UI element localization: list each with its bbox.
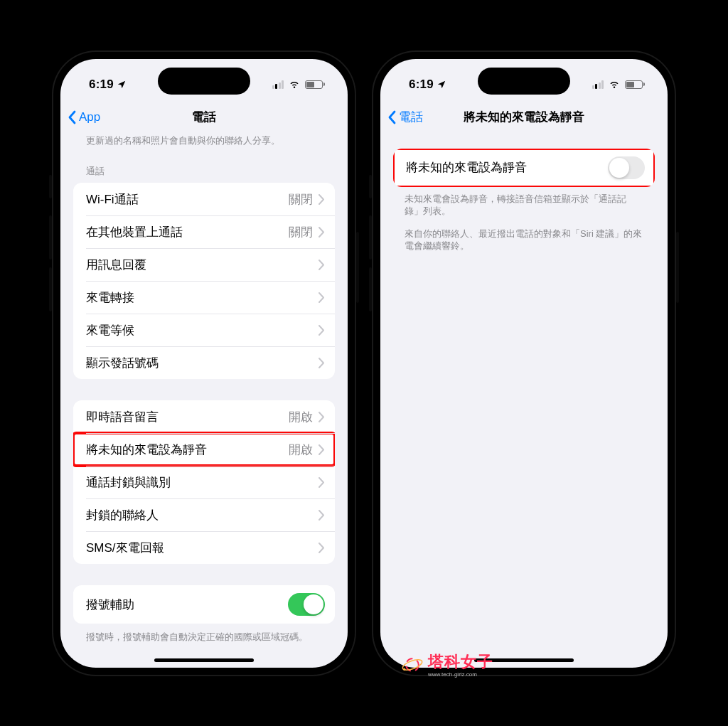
row-label: 封鎖的聯絡人 [86, 507, 318, 523]
location-icon [437, 80, 446, 90]
settings-group-dial-assist: 撥號輔助 [73, 585, 335, 624]
chevron-left-icon [387, 110, 396, 124]
row-label: 用訊息回覆 [86, 257, 318, 273]
silence-unknown-callers-toggle[interactable] [608, 156, 645, 179]
row-label: 將未知的來電設為靜音 [86, 442, 289, 458]
settings-group-2: 即時語音留言 開啟 將未知的來電設為靜音 開啟 通話封鎖與識別 封鎖的 [73, 400, 335, 564]
settings-group-calls: Wi-Fi通話 關閉 在其他裝置上通話 關閉 用訊息回覆 來電轉接 [73, 183, 335, 379]
chevron-right-icon [318, 543, 325, 553]
back-button[interactable]: 電話 [387, 100, 423, 134]
row-dial-assist[interactable]: 撥號輔助 [73, 585, 335, 624]
row-label: 來電等候 [86, 322, 318, 338]
cellular-signal-icon [272, 80, 284, 89]
row-wifi-calling[interactable]: Wi-Fi通話 關閉 [73, 183, 335, 215]
home-indicator[interactable] [154, 658, 254, 662]
phone-frame-1: 6:19 App [52, 50, 356, 676]
row-calls-on-other-devices[interactable]: 在其他裝置上通話 關閉 [73, 215, 335, 248]
row-value: 關閉 [289, 191, 313, 208]
row-label: 在其他裝置上通話 [86, 224, 289, 240]
status-time: 6:19 [89, 78, 127, 92]
side-button [49, 215, 52, 260]
chevron-right-icon [318, 292, 325, 303]
section-header-calls: 通話 [60, 149, 348, 183]
nav-bar: 電話 將未知的來電設為靜音 [380, 100, 668, 134]
side-button [369, 175, 372, 198]
wifi-icon [608, 80, 621, 89]
side-button [369, 215, 372, 260]
row-silence-unknown-callers-toggle[interactable]: 將未知的來電設為靜音 [393, 149, 655, 187]
row-sms-call-reporting[interactable]: SMS/來電回報 [73, 531, 335, 564]
row-respond-with-text[interactable]: 用訊息回覆 [73, 248, 335, 281]
status-time-text: 6:19 [409, 78, 434, 92]
row-label: SMS/來電回報 [86, 540, 318, 556]
back-button[interactable]: App [68, 100, 100, 134]
silence-description-2: 來自你的聯絡人、最近撥出電話的對象和「Siri 建議」的來電會繼續響鈴。 [380, 228, 668, 252]
row-show-my-caller-id[interactable]: 顯示發話號碼 [73, 346, 335, 379]
watermark: 塔科女子 www.tech-girlz.com [401, 651, 493, 678]
row-value: 開啟 [289, 409, 313, 425]
chevron-right-icon [318, 510, 325, 521]
side-button [356, 232, 359, 303]
chevron-left-icon [68, 110, 76, 124]
row-label: 撥號輔助 [86, 597, 288, 613]
row-label: 來電轉接 [86, 289, 318, 306]
phone-frame-2: 6:19 電話 [372, 50, 676, 676]
row-blocked-contacts[interactable]: 封鎖的聯絡人 [73, 498, 335, 531]
side-button [369, 267, 372, 311]
back-label: 電話 [399, 109, 423, 125]
dial-assist-description: 撥號時，撥號輔助會自動決定正確的國際或區域冠碼。 [60, 628, 348, 646]
page-title: 電話 [192, 109, 216, 125]
dynamic-island [478, 68, 570, 95]
row-value: 關閉 [289, 224, 313, 240]
chevron-right-icon [318, 412, 325, 422]
row-label: 顯示發話號碼 [86, 355, 318, 371]
watermark-text: 塔科女子 [428, 653, 493, 671]
cellular-signal-icon [592, 80, 604, 89]
row-label: 即時語音留言 [86, 409, 289, 425]
wifi-icon [288, 80, 301, 89]
nav-bar: App 電話 [60, 100, 348, 134]
watermark-icon [401, 653, 424, 676]
row-call-waiting[interactable]: 來電等候 [73, 314, 335, 346]
battery-icon [625, 80, 645, 89]
chevron-right-icon [318, 260, 325, 270]
chevron-right-icon [318, 444, 325, 455]
chevron-right-icon [318, 194, 325, 205]
side-button [676, 232, 679, 303]
silence-description-1: 未知來電會設為靜音，轉接語音信箱並顯示於「通話記錄」列表。 [380, 193, 668, 228]
settings-content: 將未知的來電設為靜音 未知來電會設為靜音，轉接語音信箱並顯示於「通話記錄」列表。… [380, 134, 668, 668]
chevron-right-icon [318, 227, 325, 237]
dial-assist-toggle[interactable] [288, 593, 325, 616]
svg-point-2 [403, 668, 405, 670]
side-button [49, 267, 52, 311]
location-icon [117, 80, 127, 90]
row-call-blocking-id[interactable]: 通話封鎖與識別 [73, 466, 335, 498]
chevron-right-icon [318, 477, 325, 488]
row-live-voicemail[interactable]: 即時語音留言 開啟 [73, 400, 335, 433]
chevron-right-icon [318, 358, 325, 368]
watermark-subtext: www.tech-girlz.com [428, 671, 493, 678]
settings-content: 更新過的名稱和照片會自動與你的聯絡人分享。 通話 Wi-Fi通話 關閉 在其他裝… [60, 134, 348, 668]
row-silence-unknown-callers[interactable]: 將未知的來電設為靜音 開啟 [73, 433, 335, 466]
header-description: 更新過的名稱和照片會自動與你的聯絡人分享。 [60, 134, 348, 150]
screen-2: 6:19 電話 [380, 59, 668, 668]
side-button [49, 175, 52, 198]
row-label: 通話封鎖與識別 [86, 474, 318, 491]
chevron-right-icon [318, 325, 325, 336]
settings-group-silence: 將未知的來電設為靜音 [393, 149, 655, 187]
screen-1: 6:19 App [60, 59, 348, 668]
row-label: Wi-Fi通話 [86, 191, 289, 208]
row-call-forwarding[interactable]: 來電轉接 [73, 281, 335, 314]
dynamic-island [158, 68, 250, 95]
status-time: 6:19 [409, 78, 446, 92]
status-time-text: 6:19 [89, 78, 114, 92]
back-label: App [79, 110, 100, 124]
battery-icon [305, 80, 325, 89]
page-title: 將未知的來電設為靜音 [464, 109, 584, 125]
row-value: 開啟 [289, 442, 313, 458]
row-label: 將未知的來電設為靜音 [406, 159, 608, 176]
